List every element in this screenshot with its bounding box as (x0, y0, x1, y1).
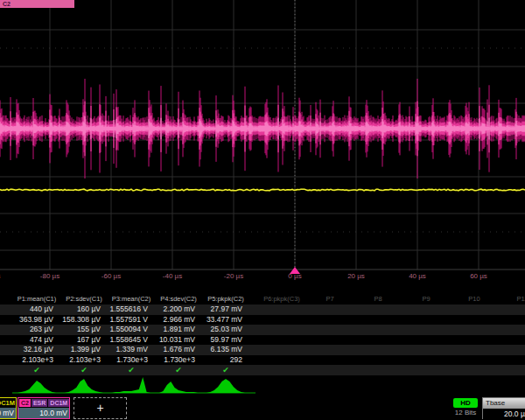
histicon[interactable] (159, 382, 198, 393)
measurement-value: 1.399 µV (60, 345, 101, 354)
histicon[interactable] (18, 381, 56, 393)
c2-coupling-badge: DC1M (48, 399, 69, 407)
measurement-value: 1.555616 V (108, 304, 148, 313)
measurement-value: 292 (202, 355, 242, 364)
measurement-header[interactable]: P4:sdev(C2) (155, 295, 202, 303)
measurement-value: 2.103e+3 (13, 355, 53, 364)
measurement-value: 474 µV (13, 335, 53, 344)
measurement-status-check: ✔ (108, 366, 155, 374)
measurement-value: 1.339 mV (108, 345, 148, 354)
histicon[interactable] (65, 379, 103, 393)
measurement-header-inactive[interactable]: P7 (306, 295, 354, 303)
trace-badge: C2 (0, 0, 74, 8)
waveform-grid (0, 0, 525, 276)
measurement-value: 10.031 mV (155, 335, 195, 344)
time-axis-label: -20 µs (214, 272, 253, 280)
time-axis-label: -60 µs (92, 272, 130, 280)
hd-bits-label: 12 Bits (448, 409, 483, 416)
measurement-header-inactive[interactable]: P8 (354, 295, 402, 303)
measurement-value: 1.891 mV (155, 325, 195, 333)
measurement-value: 6.135 mV (202, 345, 242, 354)
measurement-status-check: ✔ (60, 366, 108, 374)
measurement-value: 1.558645 V (108, 335, 148, 344)
measurement-value: 155 µV (60, 325, 101, 333)
measurement-value: 59.97 mV (202, 335, 242, 344)
measurement-header[interactable]: P1:mean(C1) (13, 295, 60, 303)
time-axis-label: 60 µs (459, 272, 498, 280)
measurement-value: 263 µV (13, 325, 53, 333)
measurement-value: 27.97 mV (202, 304, 242, 313)
measurement-value: 1.676 mV (155, 345, 195, 354)
measurement-value: 2.966 mV (155, 315, 195, 324)
time-axis-label: -100 µs (0, 272, 8, 280)
oscilloscope-screen: C2 -100 µs-80 µs-60 µs-40 µs-20 µs0 µs20… (0, 0, 525, 420)
add-trace-button[interactable]: + (74, 397, 127, 419)
c2-esr-badge: ESR (32, 399, 47, 407)
histicon[interactable] (206, 379, 245, 393)
measurement-header[interactable]: P5:pkpk(C2) (202, 295, 249, 303)
measurement-header-inactive[interactable]: P11 (499, 295, 525, 303)
measurement-header[interactable]: P2:sdev(C1) (60, 295, 108, 303)
measurement-value: 363.98 µV (13, 315, 53, 324)
measurement-value: 32.16 µV (13, 345, 53, 354)
hd-mode-badge[interactable]: HD (453, 398, 478, 408)
measurement-value: 1.557591 V (108, 315, 148, 324)
measurement-value: 440 µV (13, 304, 53, 313)
measurement-header-inactive[interactable]: P10 (451, 295, 499, 303)
c2-label-badge: C2 (19, 399, 31, 407)
timebase-title: Tbase (483, 398, 525, 409)
measurement-header[interactable]: P3:mean(C2) (108, 295, 155, 303)
time-axis-label: -80 µs (31, 272, 69, 280)
measurement-value: 167 µV (60, 335, 101, 344)
histicon[interactable] (112, 377, 150, 393)
time-axis-label: -40 µs (153, 272, 192, 280)
measurement-value: 1.730e+3 (155, 355, 195, 364)
measurement-value: 2.103e+3 (60, 355, 101, 364)
measurement-value: 1.550094 V (108, 325, 148, 333)
c1-coupling-label: DC1M (0, 399, 15, 407)
time-axis-label: 40 µs (398, 272, 437, 280)
measurement-value: 2.200 mV (155, 304, 195, 313)
channel-c2-descriptor[interactable]: C2 ESR DC1M 10.0 mV (18, 397, 70, 419)
measurement-value: 33.477 mV (202, 315, 242, 324)
time-axis-label: 0 µs (276, 272, 314, 280)
time-axis-label: 20 µs (337, 272, 375, 280)
measurement-value: 1.730e+3 (108, 355, 148, 364)
measurement-header-inactive[interactable]: P6:pkpk(C3) (258, 295, 306, 303)
measurement-status-check: ✔ (155, 366, 202, 374)
measurement-value: 158.308 µV (60, 315, 101, 324)
histicons[interactable] (0, 377, 262, 396)
measurement-value: 25.03 mV (202, 325, 242, 333)
measurement-header-inactive[interactable]: P9 (402, 295, 451, 303)
measurement-status-check: ✔ (202, 366, 249, 374)
timebase-value: 20.0 µs (483, 409, 525, 419)
timebase-descriptor[interactable]: Tbase 20.0 µs (482, 397, 525, 419)
c2-volts-per-div: 10.0 mV (18, 408, 69, 418)
channel-c1-descriptor[interactable]: DC1M 10.0 mV (0, 397, 17, 419)
c1-volts-per-div: 10.0 mV (0, 408, 16, 418)
measurement-value: 160 µV (60, 304, 101, 313)
measurement-status-check: ✔ (13, 366, 60, 374)
